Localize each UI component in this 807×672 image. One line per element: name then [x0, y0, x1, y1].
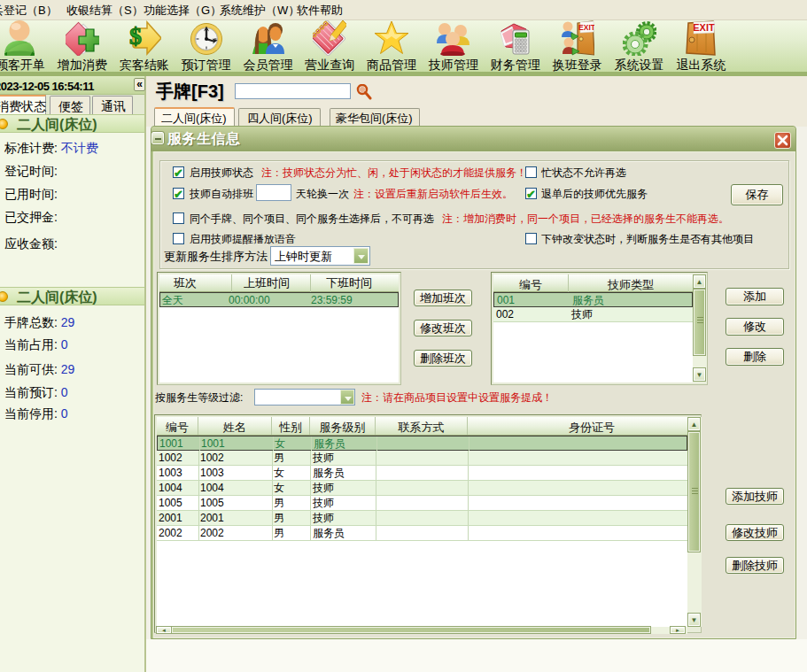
- svg-text:EXIT: EXIT: [694, 22, 716, 33]
- svg-text:$: $: [129, 22, 142, 50]
- svg-text:EXIT: EXIT: [578, 23, 594, 32]
